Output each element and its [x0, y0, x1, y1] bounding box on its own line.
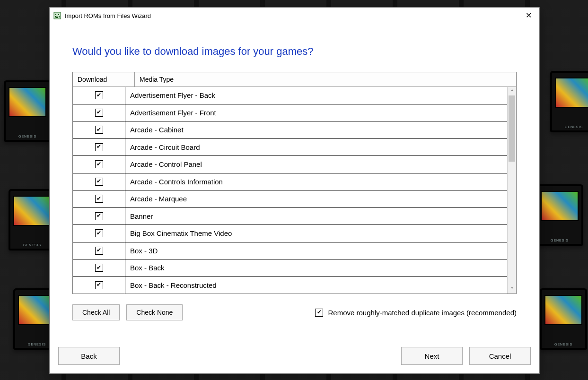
download-checkbox[interactable] [95, 247, 103, 255]
check-all-button[interactable]: Check All [72, 304, 120, 320]
download-checkbox[interactable] [95, 212, 103, 220]
media-type-cell: Box - 3D [125, 242, 508, 259]
download-checkbox[interactable] [95, 91, 103, 99]
table-row[interactable]: Box - Back [73, 259, 508, 276]
import-wizard-dialog: Import ROMs from Files Wizard ✕ Would yo… [49, 7, 540, 374]
back-button[interactable]: Back [58, 347, 120, 365]
grid-scrollbar[interactable]: ˄ ˅ [507, 87, 516, 294]
next-button[interactable]: Next [401, 347, 463, 365]
app-icon [53, 12, 61, 19]
media-type-cell: Banner [125, 208, 508, 225]
media-type-cell: Arcade - Marquee [125, 190, 508, 207]
media-type-grid: Download Media Type Advertisement Flyer … [72, 72, 517, 294]
table-row[interactable]: Advertisement Flyer - Back [73, 87, 508, 104]
media-type-cell: Arcade - Cabinet [125, 121, 508, 138]
scroll-down-icon[interactable]: ˅ [508, 285, 516, 294]
media-type-cell: Big Box Cinematix Theme Video [125, 225, 508, 242]
download-checkbox[interactable] [95, 143, 103, 151]
window-title: Import ROMs from Files Wizard [65, 12, 151, 19]
table-row[interactable]: Box - 3D [73, 242, 508, 259]
table-row[interactable]: Arcade - Circuit Board [73, 138, 508, 156]
cancel-button[interactable]: Cancel [469, 347, 531, 365]
check-none-button[interactable]: Check None [126, 304, 183, 320]
download-checkbox[interactable] [95, 229, 103, 237]
titlebar: Import ROMs from Files Wizard ✕ [50, 8, 539, 24]
download-checkbox[interactable] [95, 264, 103, 272]
download-checkbox[interactable] [95, 281, 103, 289]
remove-duplicates-label: Remove roughly-matched duplicate images … [328, 309, 517, 317]
scroll-up-icon[interactable]: ˄ [508, 87, 516, 95]
table-row[interactable]: Arcade - Controls Information [73, 173, 508, 190]
media-type-cell: Box - Back [125, 259, 508, 276]
table-row[interactable]: Big Box Cinematix Theme Video [73, 225, 508, 242]
table-row[interactable]: Advertisement Flyer - Front [73, 104, 508, 121]
table-row[interactable]: Arcade - Control Panel [73, 155, 508, 173]
close-button[interactable]: ✕ [518, 8, 539, 24]
media-type-cell: Arcade - Circuit Board [125, 139, 508, 156]
scroll-thumb[interactable] [509, 95, 515, 162]
download-checkbox[interactable] [95, 195, 103, 203]
svg-rect-2 [58, 14, 59, 15]
media-type-cell: Box - Back - Reconstructed [125, 277, 508, 294]
download-checkbox[interactable] [95, 109, 103, 117]
media-type-cell: Arcade - Control Panel [125, 156, 508, 173]
column-header-download[interactable]: Download [73, 72, 135, 86]
download-checkbox[interactable] [95, 126, 103, 134]
table-row[interactable]: Arcade - Marquee [73, 190, 508, 207]
svg-rect-4 [56, 17, 58, 18]
table-row[interactable]: Banner [73, 207, 508, 225]
download-checkbox[interactable] [95, 160, 103, 168]
media-type-cell: Arcade - Controls Information [125, 173, 508, 190]
svg-rect-1 [55, 14, 56, 15]
grid-header: Download Media Type [73, 72, 516, 87]
column-header-media-type[interactable]: Media Type [135, 72, 516, 86]
svg-rect-3 [55, 16, 56, 17]
table-row[interactable]: Box - Back - Reconstructed [73, 276, 508, 294]
remove-duplicates-checkbox[interactable] [315, 309, 323, 317]
media-type-cell: Advertisement Flyer - Back [125, 87, 508, 104]
wizard-footer: Back Next Cancel [50, 341, 539, 373]
media-type-cell: Advertisement Flyer - Front [125, 104, 508, 121]
download-checkbox[interactable] [95, 178, 103, 186]
table-row[interactable]: Arcade - Cabinet [73, 121, 508, 138]
svg-rect-5 [59, 16, 60, 17]
page-heading: Would you like to download images for yo… [72, 45, 517, 58]
